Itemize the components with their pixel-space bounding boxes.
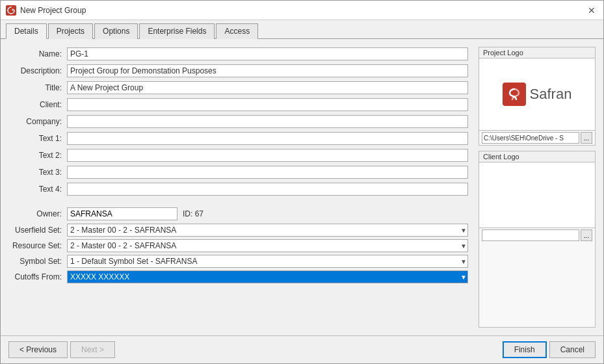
client-label: Client:	[8, 100, 67, 109]
text2-row: Text 2:	[8, 148, 468, 162]
text1-input[interactable]	[67, 132, 468, 145]
symbol-set-label: Symbol Set:	[8, 257, 67, 266]
cancel-button[interactable]: Cancel	[549, 341, 596, 358]
title-bar: New Project Group ✕	[1, 1, 603, 20]
cutoffs-from-label: Cutoffs From:	[8, 272, 67, 281]
tab-options[interactable]: Options	[94, 23, 138, 39]
footer: < Previous Next > Finish Cancel	[1, 335, 603, 363]
company-label: Company:	[8, 117, 67, 126]
text4-label: Text 4:	[8, 185, 67, 194]
resource-set-select[interactable]: 2 - Master 00 - 2 - SAFRANSA	[67, 239, 468, 252]
safran-logo: Safran	[503, 83, 572, 106]
text2-input[interactable]	[67, 149, 468, 162]
project-logo-path-input[interactable]	[482, 132, 579, 144]
owner-id-label: ID: 67	[183, 209, 204, 218]
symbol-set-select[interactable]: 1 - Default Symbol Set - SAFRANSA	[67, 255, 468, 268]
footer-right: Finish Cancel	[503, 341, 596, 358]
text4-row: Text 4:	[8, 182, 468, 196]
project-logo-section: Project Logo Safran ...	[479, 47, 596, 146]
userfield-set-label: Userfield Set:	[8, 226, 67, 235]
project-logo-browse-button[interactable]: ...	[581, 132, 592, 144]
owner-input[interactable]	[67, 207, 177, 220]
client-logo-title: Client Logo	[479, 151, 595, 162]
tab-enterprise-fields[interactable]: Enterprise Fields	[139, 23, 215, 39]
description-label: Description:	[8, 66, 67, 75]
client-row: Client:	[8, 98, 468, 112]
symbol-set-row: Symbol Set: 1 - Default Symbol Set - SAF…	[8, 255, 468, 268]
text4-input[interactable]	[67, 183, 468, 196]
text2-label: Text 2:	[8, 151, 67, 160]
safran-icon	[503, 83, 526, 106]
content-area: Name: Description: Title: Client: Compan…	[1, 39, 603, 335]
text1-label: Text 1:	[8, 134, 67, 143]
project-logo-preview: Safran	[479, 58, 595, 130]
title-bar-left: New Project Group	[6, 5, 86, 16]
tab-bar: Details Projects Options Enterprise Fiel…	[1, 20, 603, 39]
name-label: Name:	[8, 49, 67, 58]
client-logo-path-input[interactable]	[482, 229, 579, 241]
cutoffs-from-wrapper: XXXXX XXXXXX ▼	[67, 270, 468, 283]
safran-text: Safran	[530, 86, 572, 103]
company-input[interactable]	[67, 115, 468, 128]
close-button[interactable]: ✕	[585, 4, 598, 17]
client-logo-path-row: ...	[479, 228, 595, 242]
userfield-set-select[interactable]: 2 - Master 00 - 2 - SAFRANSA	[67, 224, 468, 237]
userfield-set-row: Userfield Set: 2 - Master 00 - 2 - SAFRA…	[8, 224, 468, 237]
name-input[interactable]	[67, 47, 468, 60]
dialog-title: New Project Group	[20, 6, 86, 15]
text3-label: Text 3:	[8, 168, 67, 177]
project-logo-path-row: ...	[479, 130, 595, 145]
title-input[interactable]	[67, 81, 468, 94]
resource-set-row: Resource Set: 2 - Master 00 - 2 - SAFRAN…	[8, 239, 468, 252]
svg-marker-0	[12, 8, 14, 10]
client-logo-section: Client Logo ...	[479, 151, 596, 328]
app-icon	[6, 5, 16, 16]
form-panel: Name: Description: Title: Client: Compan…	[8, 47, 468, 328]
cutoffs-from-select[interactable]: XXXXX XXXXXX	[67, 270, 468, 283]
owner-controls: ID: 67	[67, 207, 204, 220]
client-logo-browse-button[interactable]: ...	[581, 229, 592, 241]
resource-set-label: Resource Set:	[8, 241, 67, 250]
text3-input[interactable]	[67, 166, 468, 179]
title-row: Title:	[8, 81, 468, 95]
client-logo-preview	[479, 162, 595, 228]
cutoffs-from-row: Cutoffs From: XXXXX XXXXXX ▼	[8, 270, 468, 283]
owner-row: Owner: ID: 67	[8, 207, 468, 221]
next-button[interactable]: Next >	[70, 341, 115, 358]
text1-row: Text 1:	[8, 131, 468, 146]
userfield-set-wrapper: 2 - Master 00 - 2 - SAFRANSA ▼	[67, 224, 468, 237]
title-label: Title:	[8, 83, 67, 92]
description-input[interactable]	[67, 64, 468, 77]
owner-label: Owner:	[8, 209, 67, 218]
tab-details[interactable]: Details	[6, 23, 47, 39]
symbol-set-wrapper: 1 - Default Symbol Set - SAFRANSA ▼	[67, 255, 468, 268]
finish-button[interactable]: Finish	[503, 341, 547, 358]
dialog: New Project Group ✕ Details Projects Opt…	[0, 0, 604, 364]
tab-projects[interactable]: Projects	[48, 23, 93, 39]
description-row: Description:	[8, 64, 468, 78]
footer-left: < Previous Next >	[8, 341, 115, 358]
resource-set-wrapper: 2 - Master 00 - 2 - SAFRANSA ▼	[67, 239, 468, 252]
text3-row: Text 3:	[8, 165, 468, 179]
project-logo-title: Project Logo	[479, 47, 595, 58]
logo-panel: Project Logo Safran ...	[479, 47, 596, 328]
client-input[interactable]	[67, 98, 468, 111]
name-row: Name:	[8, 47, 468, 61]
tab-access[interactable]: Access	[216, 23, 258, 39]
company-row: Company:	[8, 114, 468, 129]
previous-button[interactable]: < Previous	[8, 341, 68, 358]
